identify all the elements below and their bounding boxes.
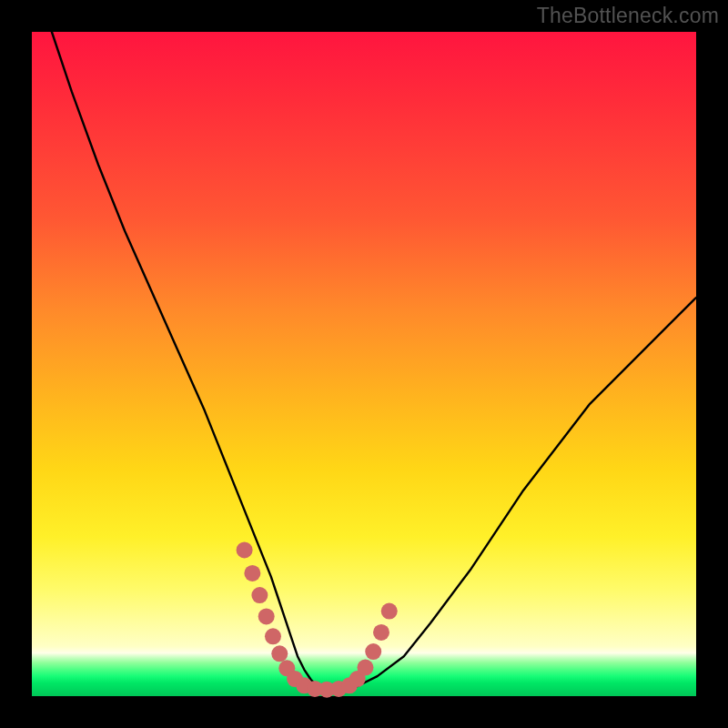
plot-area: [32, 32, 696, 696]
highlight-dot: [258, 608, 275, 624]
chart-stage: TheBottleneck.com: [0, 0, 728, 728]
highlight-dot: [373, 624, 389, 641]
highlight-dot: [265, 628, 281, 644]
highlight-dot: [244, 565, 260, 581]
highlight-dot: [365, 643, 381, 660]
highlight-dot: [271, 645, 288, 662]
watermark-text: TheBottleneck.com: [537, 4, 719, 28]
bottleneck-curve: [52, 32, 696, 690]
highlight-dot: [381, 603, 398, 620]
curve-svg: [32, 32, 696, 696]
highlight-dot: [357, 660, 373, 676]
highlight-dot: [251, 587, 268, 603]
highlight-dot: [237, 541, 253, 558]
highlight-dots: [237, 541, 398, 697]
